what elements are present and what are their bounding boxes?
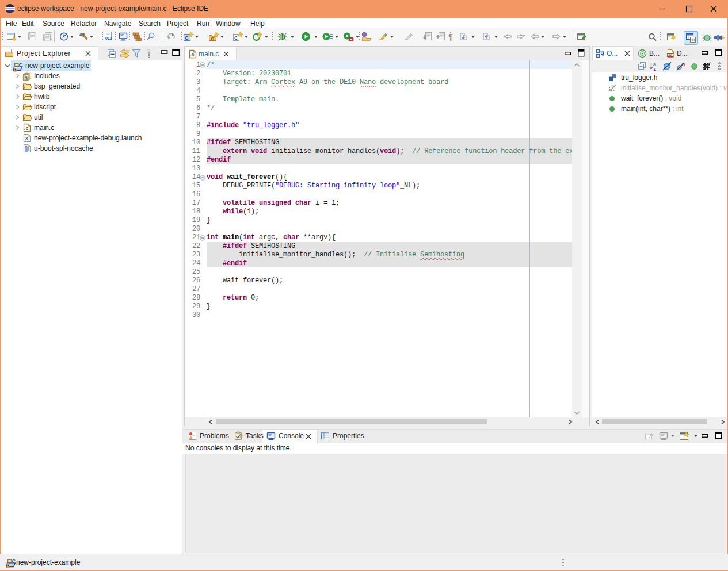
svg-text:h: h bbox=[24, 75, 28, 81]
svg-text:C: C bbox=[234, 35, 238, 41]
svg-text:z: z bbox=[654, 66, 657, 71]
svg-text:PDF: PDF bbox=[668, 53, 674, 57]
svg-text:.c: .c bbox=[24, 125, 29, 131]
svg-text:X: X bbox=[25, 135, 29, 141]
svg-text:C: C bbox=[12, 558, 16, 564]
svg-text:C: C bbox=[185, 35, 189, 41]
svg-text:C: C bbox=[692, 37, 695, 43]
svg-text:C: C bbox=[211, 36, 214, 41]
svg-text:010: 010 bbox=[105, 36, 112, 40]
svg-text:¶: ¶ bbox=[448, 32, 453, 41]
svg-text:C: C bbox=[19, 62, 23, 68]
